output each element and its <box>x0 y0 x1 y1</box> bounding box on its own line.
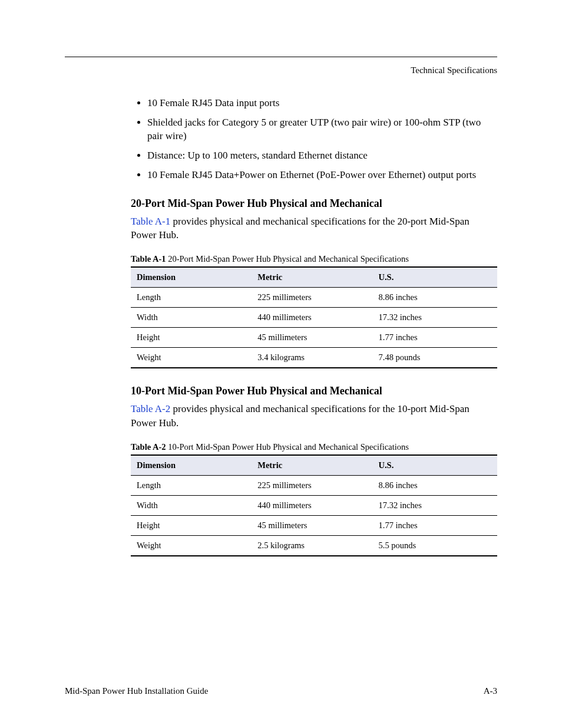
cell: 8.86 inches <box>373 475 498 495</box>
table-row: Width 440 millimeters 17.32 inches <box>131 495 497 515</box>
table-row: Height 45 millimeters 1.77 inches <box>131 328 497 348</box>
bullet-list: 10 Female RJ45 Data input ports Shielded… <box>131 97 497 182</box>
cell: 3.4 kilograms <box>252 348 372 368</box>
table-a2-link[interactable]: Table A-2 <box>131 403 170 414</box>
bullet-item: Distance: Up to 100 meters, standard Eth… <box>147 149 497 163</box>
col-metric: Metric <box>252 455 372 476</box>
cell: Length <box>131 475 252 495</box>
cell: 8.86 inches <box>373 288 498 308</box>
page-footer: Mid-Span Power Hub Installation Guide A-… <box>0 686 562 696</box>
col-dimension: Dimension <box>131 267 252 288</box>
cell: Height <box>131 515 252 535</box>
cell: 225 millimeters <box>252 288 372 308</box>
caption-rest: 20-Port Mid-Span Power Hub Physical and … <box>166 254 409 263</box>
para-rest: provides physical and mechanical specifi… <box>131 403 470 429</box>
cell: 440 millimeters <box>252 308 372 328</box>
cell: 45 millimeters <box>252 328 372 348</box>
bullet-item: Shielded jacks for Category 5 or greater… <box>147 116 497 143</box>
section-heading-10port: 10-Port Mid-Span Power Hub Physical and … <box>131 385 497 397</box>
col-us: U.S. <box>373 455 498 476</box>
cell: 45 millimeters <box>252 515 372 535</box>
section-para-20port: Table A-1 provides physical and mechanic… <box>131 215 497 243</box>
section-para-10port: Table A-2 provides physical and mechanic… <box>131 402 497 430</box>
cell: 225 millimeters <box>252 475 372 495</box>
col-metric: Metric <box>252 267 372 288</box>
cell: 2.5 kilograms <box>252 535 372 556</box>
para-rest: provides physical and mechanical specifi… <box>131 216 470 241</box>
cell: 7.48 pounds <box>373 348 498 368</box>
section-heading-20port: 20-Port Mid-Span Power Hub Physical and … <box>131 197 497 210</box>
caption-label: Table A-2 <box>131 442 166 452</box>
caption-rest: 10-Port Mid-Span Power Hub Physical and … <box>166 442 409 452</box>
col-us: U.S. <box>373 267 498 288</box>
cell: Width <box>131 495 252 515</box>
table-a2-caption: Table A-2 10-Port Mid-Span Power Hub Phy… <box>131 442 497 452</box>
cell: Width <box>131 308 252 328</box>
cell: 17.32 inches <box>373 308 498 328</box>
table-row: Length 225 millimeters 8.86 inches <box>131 475 497 495</box>
table-a1-caption: Table A-1 20-Port Mid-Span Power Hub Phy… <box>131 254 497 264</box>
table-header-row: Dimension Metric U.S. <box>131 455 497 476</box>
cell: 5.5 pounds <box>373 535 498 556</box>
top-rule <box>65 57 497 57</box>
cell: 440 millimeters <box>252 495 372 515</box>
table-a2: Dimension Metric U.S. Length 225 millime… <box>131 454 497 556</box>
table-row: Weight 2.5 kilograms 5.5 pounds <box>131 535 497 556</box>
cell: 1.77 inches <box>373 328 498 348</box>
cell: Weight <box>131 348 252 368</box>
footer-right: A-3 <box>484 686 497 696</box>
bullet-item: 10 Female RJ45 Data input ports <box>147 97 497 110</box>
table-a1: Dimension Metric U.S. Length 225 millime… <box>131 266 497 368</box>
table-a1-link[interactable]: Table A-1 <box>131 216 170 227</box>
table-row: Weight 3.4 kilograms 7.48 pounds <box>131 348 497 368</box>
cell: Weight <box>131 535 252 556</box>
caption-label: Table A-1 <box>131 254 166 263</box>
table-row: Width 440 millimeters 17.32 inches <box>131 308 497 328</box>
cell: Length <box>131 288 252 308</box>
cell: Height <box>131 328 252 348</box>
table-header-row: Dimension Metric U.S. <box>131 267 497 288</box>
cell: 1.77 inches <box>373 515 498 535</box>
running-head: Technical Specifications <box>65 65 497 75</box>
table-row: Length 225 millimeters 8.86 inches <box>131 288 497 308</box>
table-row: Height 45 millimeters 1.77 inches <box>131 515 497 535</box>
col-dimension: Dimension <box>131 455 252 476</box>
bullet-item: 10 Female RJ45 Data+Power on Ethernet (P… <box>147 169 497 182</box>
cell: 17.32 inches <box>373 495 498 515</box>
footer-left: Mid-Span Power Hub Installation Guide <box>65 686 208 696</box>
